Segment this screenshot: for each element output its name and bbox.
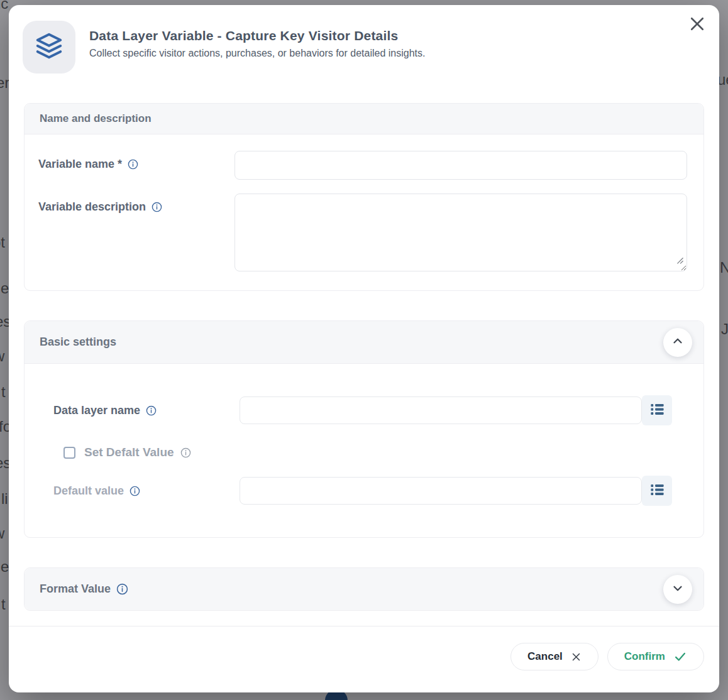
variable-name-label: Variable name * xyxy=(38,158,122,171)
data-layer-name-label: Data layer name xyxy=(53,404,140,417)
section-title: Name and description xyxy=(40,112,688,125)
set-default-value-checkbox[interactable] xyxy=(63,447,75,459)
default-value-label: Default value xyxy=(53,484,124,498)
close-icon xyxy=(688,14,707,35)
list-icon xyxy=(649,401,666,420)
variable-name-input[interactable] xyxy=(234,151,687,180)
section-name-and-description: Name and description Variable name * Var… xyxy=(24,103,704,291)
background-text-fragment: N xyxy=(720,259,728,276)
default-value-input[interactable] xyxy=(240,477,642,505)
page-subtitle: Collect specific visitor actions, purcha… xyxy=(89,48,425,59)
list-icon xyxy=(649,481,666,500)
chevron-up-icon xyxy=(671,334,685,350)
section-body: Data layer name xyxy=(25,364,703,537)
close-button[interactable] xyxy=(687,14,708,35)
info-icon[interactable] xyxy=(130,486,140,496)
confirm-button[interactable]: Confirm xyxy=(607,643,704,670)
cancel-button-label: Cancel xyxy=(527,650,563,663)
variable-name-row: Variable name * xyxy=(38,151,687,180)
variable-description-textarea[interactable] xyxy=(234,194,687,271)
check-icon xyxy=(673,650,687,664)
data-layer-variable-modal: Data Layer Variable - Capture Key Visito… xyxy=(9,5,719,692)
variable-type-icon-box xyxy=(23,21,75,74)
confirm-button-label: Confirm xyxy=(624,650,665,663)
modal-header: Data Layer Variable - Capture Key Visito… xyxy=(9,5,719,74)
section-body: Variable name * Variable description xyxy=(25,134,703,290)
variable-description-label: Variable description xyxy=(38,200,146,214)
expand-section-button[interactable] xyxy=(663,575,692,604)
section-basic-settings: Basic settings Data layer name xyxy=(24,320,704,538)
section-header-format-value[interactable]: Format Value xyxy=(25,568,703,610)
x-icon xyxy=(571,652,582,662)
collapse-section-button[interactable] xyxy=(663,328,692,357)
info-icon[interactable] xyxy=(146,405,157,416)
page-title: Data Layer Variable - Capture Key Visito… xyxy=(89,28,425,43)
data-layer-name-input[interactable] xyxy=(240,396,642,424)
modal-footer: Cancel Confirm xyxy=(9,626,719,670)
layers-icon xyxy=(35,31,63,63)
info-icon[interactable] xyxy=(116,583,128,595)
set-default-value-label-wrap: Set Defalt Value xyxy=(84,446,191,459)
set-default-value-row: Set Defalt Value xyxy=(63,446,672,459)
data-layer-name-label-wrap: Data layer name xyxy=(53,404,240,417)
default-value-row: Default value xyxy=(53,476,672,506)
variable-name-label-wrap: Variable name * xyxy=(38,151,234,171)
section-header-basic-settings[interactable]: Basic settings xyxy=(25,321,703,364)
cancel-button[interactable]: Cancel xyxy=(510,643,598,670)
variable-description-row: Variable description xyxy=(38,194,687,271)
section-header-name-description: Name and description xyxy=(25,104,703,134)
background-text-fragment: J xyxy=(721,320,728,338)
section-format-value: Format Value xyxy=(24,567,704,611)
default-value-label-wrap: Default value xyxy=(53,484,240,498)
section-title: Basic settings xyxy=(40,336,688,349)
set-default-value-label: Set Defalt Value xyxy=(84,446,174,459)
info-icon[interactable] xyxy=(128,159,138,170)
info-icon[interactable] xyxy=(180,447,191,458)
section-title: Format Value xyxy=(40,582,688,596)
format-value-label: Format Value xyxy=(40,582,111,596)
default-value-picker-button[interactable] xyxy=(642,476,672,506)
data-layer-name-row: Data layer name xyxy=(53,395,672,425)
variable-description-label-wrap: Variable description xyxy=(38,194,234,214)
info-icon[interactable] xyxy=(152,202,162,212)
data-layer-picker-button[interactable] xyxy=(642,395,672,425)
chevron-down-icon xyxy=(671,581,685,597)
